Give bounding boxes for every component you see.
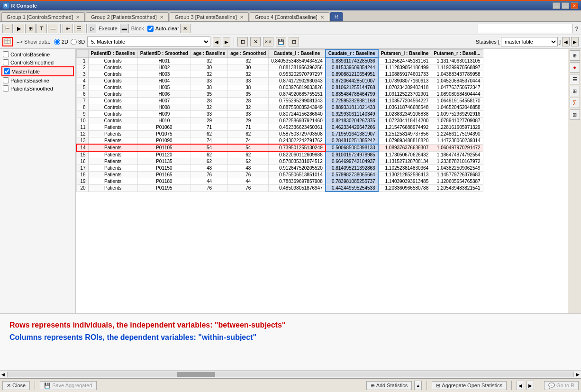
add-stats-arrow-btn[interactable]: ▲ [414, 381, 422, 390]
right-btn-2[interactable]: ● [570, 62, 580, 73]
tab-bar: Group 1 [ControlsSmoothed] ✕ Group 2 [Pa… [0, 10, 581, 22]
block-icon-btn[interactable]: ▬ [120, 24, 129, 33]
execute-icon-btn[interactable]: ▷ [89, 24, 96, 33]
radio-3d[interactable] [71, 39, 77, 45]
search-input[interactable] [478, 24, 572, 33]
right-btn-1[interactable]: ⊕ [570, 50, 580, 61]
copy-btn[interactable]: ⊡ [237, 37, 248, 46]
left-item-patientssmoothed[interactable]: PatientsSmoothed [1, 84, 74, 92]
left-item-controlsbaseline[interactable]: ControlsBaseline [1, 50, 74, 58]
label-patientsbaseline: PatientsBaseline [10, 78, 49, 83]
add-statistics-label: Add Statistics [376, 383, 408, 388]
tab-group3[interactable]: Group 3 [PatientsBaseline] ✕ [170, 12, 249, 21]
goto-r-button[interactable]: 💬 Go to R [544, 381, 579, 390]
radio-2d[interactable] [54, 39, 60, 45]
cb-controlssmoothed[interactable] [3, 59, 9, 65]
run-btn[interactable]: ▶ [14, 24, 24, 33]
stats-prev-btn[interactable]: ◀ [562, 37, 570, 46]
tab-group4[interactable]: Group 4 [ControlsBaseline] ✕ [250, 12, 329, 21]
hscroll-area[interactable]: ◀ ▶ [0, 370, 581, 378]
toolbar-sep1 [60, 24, 61, 33]
svg-rect-0 [5, 39, 10, 44]
tab-close-group1[interactable]: ✕ [76, 15, 80, 20]
th-patid-smooth[interactable]: age : Baseline [191, 49, 227, 57]
label-controlsbaseline: ControlsBaseline [10, 52, 50, 57]
th-age-base[interactable]: age : Smoothed [228, 49, 269, 57]
grid-btn[interactable]: ⊞ [25, 24, 36, 33]
tab-group1[interactable]: Group 1 [ControlsSmoothed] ✕ [1, 12, 85, 21]
add-statistics-button[interactable]: ⊕ Add Statistics [366, 381, 412, 390]
cb-mastertable[interactable] [4, 68, 10, 74]
th-age-smooth[interactable]: Caudate_l : Baseline [269, 49, 326, 57]
minus-btn[interactable]: — [48, 24, 58, 33]
question-mark[interactable]: ? [575, 25, 579, 32]
delete-btn[interactable]: ✕ [250, 37, 261, 46]
restore-button[interactable]: — [562, 2, 569, 9]
list-btn[interactable]: ☰ [74, 24, 84, 33]
tab-close-group3[interactable]: ✕ [240, 15, 244, 20]
view-3d-group: 3D [71, 39, 85, 45]
aggregate-icon: ⊞ [436, 383, 440, 389]
table-select[interactable]: 5. MasterTable [87, 36, 210, 47]
hscroll-track[interactable] [7, 372, 574, 377]
show-data-label: => Show data: [17, 39, 50, 45]
annotation-line2: Columns represents ROIs, the dependent v… [9, 333, 572, 342]
left-item-mastertable[interactable]: MasterTable [1, 66, 74, 76]
save-btn[interactable]: 💾 [276, 37, 286, 46]
text-btn[interactable]: T [36, 24, 47, 33]
toolbar-showdata: => Show data: 2D 3D 5. MasterTable ◀ ▶ ⊡… [0, 35, 581, 49]
start-btn[interactable]: ⊢ [2, 24, 13, 33]
aggregate-open-button[interactable]: ⊞ Aggregate Open Statistics [432, 381, 507, 390]
tab-group2[interactable]: Group 2 [PatientsSmoothed] ✕ [86, 12, 169, 21]
close-window-button[interactable]: ✕ [571, 2, 578, 9]
label-3d: 3D [78, 39, 85, 45]
close-button[interactable]: ✕ Close [2, 381, 30, 390]
tab-r[interactable]: R [330, 12, 343, 21]
data-table-container[interactable]: PatientID : Baseline PatientID : Smoothe… [76, 49, 568, 313]
aggregate-open-label: Aggregate Open Statistics [442, 383, 502, 388]
stats-next-btn[interactable]: ▶ [571, 37, 579, 46]
th-putamen-r[interactable]: Putamen_r : Baseli... [431, 49, 483, 57]
toolbar-sep2 [86, 24, 87, 33]
tab-close-group2[interactable]: ✕ [160, 15, 163, 20]
label-mastertable: MasterTable [11, 69, 40, 74]
label-controlssmoothed: ControlsSmoothed [10, 60, 54, 65]
prev-nav-btn[interactable]: ◀ [517, 381, 524, 390]
data-icon-btn[interactable] [2, 37, 13, 46]
th-patid-base[interactable]: PatientID : Smoothed [137, 49, 191, 57]
grid2-btn[interactable]: ⊞ [289, 37, 299, 46]
right-btn-4[interactable]: ⊞ [570, 86, 580, 96]
th-caudater-baseline[interactable]: Caudate_r : Baseline [326, 49, 378, 57]
data-table: PatientID : Baseline PatientID : Smoothe… [76, 49, 483, 192]
th-group[interactable]: PatientID : Baseline [88, 49, 137, 57]
right-btn-5[interactable]: Σ [570, 98, 580, 108]
th-putamen-l[interactable]: Putamen_l : Baseline [378, 49, 431, 57]
left-panel: ControlsBaseline ControlsSmoothed Master… [0, 49, 76, 313]
tab-close-group4[interactable]: ✕ [320, 15, 324, 20]
x-btn[interactable]: ✕ [180, 24, 191, 33]
delete2-btn[interactable]: ✕✕ [263, 37, 273, 46]
right-btn-6[interactable]: ⊠ [570, 109, 580, 120]
cb-patientssmoothed[interactable] [3, 85, 9, 91]
left-item-patientsbaseline[interactable]: PatientsBaseline [1, 76, 74, 84]
app-icon: R [3, 3, 9, 9]
bottom-sep2 [427, 381, 427, 390]
indent-btn[interactable]: ⇤ [63, 24, 73, 33]
right-btn-3[interactable]: ☰ [570, 74, 580, 84]
bottom-bar: ✕ Close 💾 Save Aggregated ⊕ Add Statisti… [0, 378, 581, 392]
left-item-controlssmoothed[interactable]: ControlsSmoothed [1, 58, 74, 66]
stats-select[interactable]: masterTable [501, 37, 558, 46]
next-table-btn[interactable]: ▶ [223, 37, 230, 46]
cb-patientsbaseline[interactable] [3, 77, 9, 83]
autoclear-checkbox[interactable] [147, 26, 154, 32]
hscroll-thumb[interactable] [177, 372, 215, 377]
cb-controlsbaseline[interactable] [3, 51, 9, 57]
execute-label: Execute [99, 26, 118, 31]
close-icon: ✕ [7, 383, 11, 389]
save-aggregated-button[interactable]: 💾 Save Aggregated [40, 381, 96, 390]
right-strip: ⊕ ● ☰ ⊞ Σ ⊠ [568, 49, 581, 313]
add-stats-icon: ⊕ [371, 383, 375, 389]
minimize-button[interactable]: — [553, 2, 560, 9]
prev-table-btn[interactable]: ◀ [213, 37, 220, 46]
next-nav-btn[interactable]: ▶ [527, 381, 534, 390]
